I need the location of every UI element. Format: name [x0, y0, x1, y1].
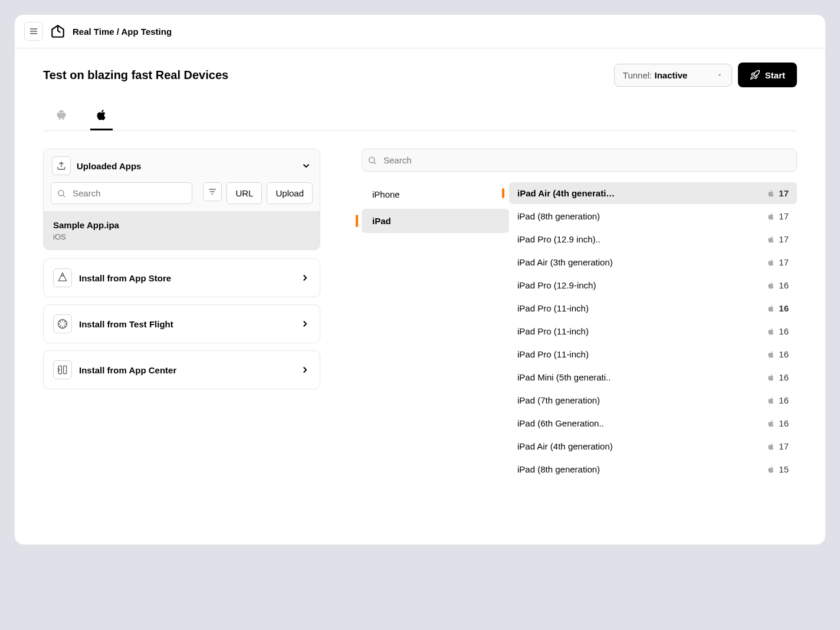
main-content: Test on blazing fast Real Devices Tunnel…: [15, 48, 825, 496]
device-name: iPad Pro (12.9 inch)..: [517, 234, 601, 244]
search-icon: [57, 189, 66, 198]
device-row[interactable]: iPad (7th generation)16: [509, 389, 797, 411]
device-search-wrap: [362, 149, 797, 172]
device-name: iPad Pro (11-inch): [517, 303, 589, 313]
device-search-input[interactable]: [362, 149, 797, 172]
device-name: iPad Pro (11-inch): [517, 349, 589, 359]
tab-apple[interactable]: [90, 101, 113, 130]
start-button[interactable]: Start: [738, 63, 797, 87]
device-name: iPad (8th generation): [517, 211, 600, 221]
device-name: iPad Mini (5th generati..: [517, 372, 611, 382]
rocket-icon: [750, 70, 760, 80]
platform-tabs: [43, 101, 797, 131]
device-version: 17: [767, 211, 789, 221]
device-row[interactable]: iPad Air (4th generation)17: [509, 435, 797, 457]
header: Real Time / App Testing: [15, 15, 825, 48]
tunnel-status: Inactive: [654, 70, 687, 80]
install-source-card[interactable]: Install from Test Flight: [43, 304, 320, 343]
testflight-icon: [53, 314, 72, 333]
device-version: 17: [767, 257, 789, 267]
device-version: 16: [767, 303, 789, 313]
device-row[interactable]: iPad Pro (11-inch)16: [509, 297, 797, 319]
device-version: 16: [767, 372, 789, 382]
install-source-card[interactable]: Install from App Center: [43, 350, 320, 389]
apple-icon: [767, 304, 775, 313]
chevron-right-icon: [300, 365, 310, 375]
left-column: Uploaded Apps URL Upload: [43, 149, 320, 396]
hamburger-icon: [29, 27, 38, 36]
uploaded-apps-title: Uploaded Apps: [77, 161, 141, 171]
device-row[interactable]: iPad Air (3th generation)17: [509, 251, 797, 273]
device-row[interactable]: iPad Pro (11-inch)16: [509, 343, 797, 365]
upload-icon-button[interactable]: [52, 156, 71, 175]
uploaded-apps-panel: Uploaded Apps URL Upload: [43, 149, 320, 250]
device-list: iPad Air (4th generation)17iPad (8th gen…: [509, 182, 797, 481]
logo-icon: [50, 24, 65, 39]
device-name: iPad (6th Generation..: [517, 418, 604, 428]
page-title: Test on blazing fast Real Devices: [43, 68, 228, 82]
install-source-title: Install from App Store: [79, 273, 171, 283]
device-row[interactable]: iPad Pro (11-inch)16: [509, 320, 797, 342]
svg-point-4: [58, 190, 64, 195]
apple-icon: [767, 235, 775, 244]
svg-rect-11: [64, 366, 67, 373]
content-columns: Uploaded Apps URL Upload: [43, 149, 797, 481]
apple-icon: [767, 350, 775, 359]
apps-search-wrap: [51, 182, 198, 204]
device-type-ipad[interactable]: iPad: [362, 209, 509, 233]
device-version: 16: [767, 349, 789, 359]
apple-icon: [767, 465, 775, 474]
apple-icon: [767, 396, 775, 405]
uploaded-apps-header[interactable]: Uploaded Apps: [44, 149, 320, 182]
device-name: iPad Air (3th generation): [517, 257, 613, 267]
app-window: Real Time / App Testing Test on blazing …: [14, 14, 826, 545]
header-actions: Tunnel: Inactive Start: [614, 63, 797, 87]
app-item[interactable]: Sample App.ipa iOS: [44, 211, 320, 250]
menu-button[interactable]: [24, 22, 43, 41]
app-platform: iOS: [53, 232, 310, 241]
device-row[interactable]: iPad (8th generation)17: [509, 205, 797, 227]
url-button[interactable]: URL: [227, 182, 262, 204]
upload-button[interactable]: Upload: [267, 182, 313, 204]
device-row[interactable]: iPad Pro (12.9 inch)..17: [509, 228, 797, 250]
install-source-card[interactable]: Install from App Store: [43, 258, 320, 297]
device-columns: iPhoneiPad iPad Air (4th generation)17iP…: [362, 182, 797, 481]
tunnel-dropdown[interactable]: Tunnel: Inactive: [614, 64, 732, 87]
device-version: 16: [767, 280, 789, 290]
upload-icon: [57, 161, 66, 170]
filter-button[interactable]: [203, 182, 222, 201]
device-version: 17: [767, 188, 789, 198]
device-type-iphone[interactable]: iPhone: [362, 182, 509, 206]
apps-controls: URL Upload: [44, 182, 320, 211]
app-name: Sample App.ipa: [53, 220, 310, 230]
android-icon: [55, 109, 68, 122]
appcenter-icon: [53, 360, 72, 379]
device-row[interactable]: iPad Pro (12.9-inch)16: [509, 274, 797, 296]
device-version: 15: [767, 464, 789, 474]
apple-icon: [767, 442, 775, 451]
chevron-down-icon: [301, 160, 311, 171]
caret-down-icon: [716, 71, 723, 78]
device-version: 16: [767, 326, 789, 336]
svg-line-5: [63, 195, 65, 197]
device-row[interactable]: iPad Air (4th generation)17: [509, 182, 797, 204]
tab-android[interactable]: [50, 101, 73, 130]
device-version: 16: [767, 418, 789, 428]
breadcrumb: Real Time / App Testing: [73, 27, 172, 37]
apple-icon: [767, 212, 775, 221]
device-type-list: iPhoneiPad: [362, 182, 509, 481]
device-row[interactable]: iPad Mini (5th generati..16: [509, 366, 797, 388]
apps-search-input[interactable]: [51, 182, 192, 204]
device-name: iPad Pro (11-inch): [517, 326, 589, 336]
apple-icon: [767, 258, 775, 267]
appstore-icon: [53, 268, 72, 287]
device-row[interactable]: iPad (6th Generation..16: [509, 412, 797, 434]
search-icon: [368, 156, 377, 165]
device-name: iPad (7th generation): [517, 395, 600, 405]
device-version: 17: [767, 234, 789, 244]
right-column: iPhoneiPad iPad Air (4th generation)17iP…: [362, 149, 797, 481]
device-row[interactable]: iPad (8th generation)15: [509, 458, 797, 480]
apple-icon: [767, 281, 775, 290]
apple-icon: [767, 419, 775, 428]
device-name: iPad Pro (12.9-inch): [517, 280, 596, 290]
